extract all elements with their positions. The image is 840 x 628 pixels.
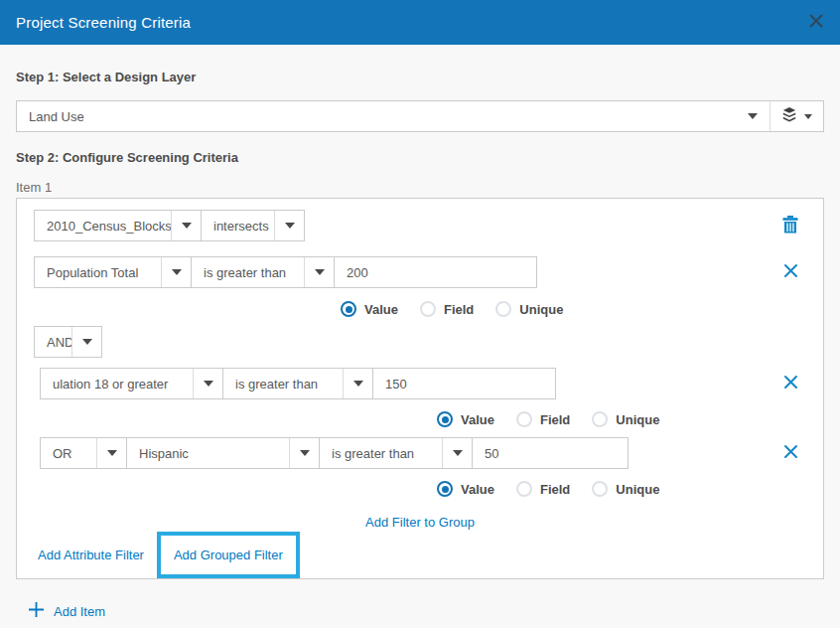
chevron-down-icon <box>736 101 770 131</box>
gfilter2-field-select[interactable]: Hispanic <box>126 437 320 469</box>
x-icon <box>783 375 798 392</box>
gfilter1-value-input[interactable] <box>372 368 556 399</box>
chevron-down-icon <box>274 211 304 240</box>
radio-value-label: Value <box>461 412 494 427</box>
radio-selected-icon <box>437 481 453 497</box>
layers-icon <box>781 107 797 125</box>
chevron-down-icon <box>71 327 101 357</box>
radio-unique-label: Unique <box>616 482 659 497</box>
design-layer-select[interactable]: Land Use <box>16 100 824 132</box>
chevron-down-icon <box>289 438 319 468</box>
filter1-value-input[interactable] <box>334 256 537 288</box>
add-item-button[interactable]: Add Item <box>28 601 824 621</box>
radio-selected-icon <box>341 301 356 317</box>
remove-gfilter2-button[interactable] <box>781 442 800 464</box>
step1-label: Step 1: Select a Design Layer <box>16 70 824 84</box>
design-layer-value: Land Use <box>17 109 736 124</box>
dialog-title: Project Screening Criteria <box>16 14 191 31</box>
group-conjunction-row: AND <box>34 326 806 358</box>
add-grouped-filter-link[interactable]: Add Grouped Filter <box>174 548 283 562</box>
add-filter-to-group-link[interactable]: Add Filter to Group <box>365 515 475 530</box>
close-icon <box>808 13 824 32</box>
chevron-down-icon <box>304 257 334 287</box>
radio-unselected-icon <box>495 301 511 317</box>
radio-unselected-icon <box>592 411 608 427</box>
item1-label: Item 1 <box>16 180 824 195</box>
filter1-field-value: Population Total <box>35 265 161 280</box>
radio-selected-icon <box>437 411 453 427</box>
radio-unselected-icon <box>592 481 608 497</box>
remove-gfilter1-button[interactable] <box>781 373 800 394</box>
gfilter1-field-select[interactable]: ulation 18 or greater <box>40 368 223 399</box>
gfilter2-value-input[interactable] <box>472 437 629 469</box>
remove-filter1-button[interactable] <box>781 261 800 283</box>
attribute-filter-row: Population Total is greater than <box>34 256 806 288</box>
chevron-down-icon <box>171 211 201 240</box>
dialog-body: Step 1: Select a Design Layer Land Use S… <box>0 70 840 621</box>
gfilter1-field-value: ulation 18 or greater <box>41 377 193 392</box>
radio-unselected-icon <box>516 481 532 497</box>
filter1-value-type-group: Value Field Unique <box>341 301 806 317</box>
chevron-down-icon <box>96 438 126 468</box>
grouped-filter-row: OR Hispanic is greater than <box>40 437 806 469</box>
group-conjunction-select[interactable]: AND <box>34 326 102 358</box>
spatial-filter-row: 2010_Census_Blocks intersects <box>34 210 806 241</box>
filter1-operator-select[interactable]: is greater than <box>191 256 335 288</box>
target-layer-select[interactable]: 2010_Census_Blocks <box>34 210 202 241</box>
delete-item-button[interactable] <box>780 214 800 238</box>
gfilter2-conjunction-select[interactable]: OR <box>40 437 127 469</box>
item1-panel: 2010_Census_Blocks intersects <box>16 198 824 579</box>
trash-icon <box>782 216 798 236</box>
radio-value[interactable]: Value <box>437 411 494 427</box>
gfilter2-conjunction-value: OR <box>41 446 96 461</box>
radio-field-label: Field <box>444 302 474 317</box>
radio-value-label: Value <box>461 482 494 497</box>
grouped-filter-row: ulation 18 or greater is greater than <box>40 368 806 399</box>
chevron-down-icon <box>804 114 812 119</box>
gfilter2-operator-value: is greater than <box>320 446 442 461</box>
gfilter1-operator-select[interactable]: is greater than <box>222 368 373 399</box>
radio-value[interactable]: Value <box>341 301 398 317</box>
add-item-label: Add Item <box>54 604 105 619</box>
filter1-field-select[interactable]: Population Total <box>34 256 192 288</box>
step2-label: Step 2: Configure Screening Criteria <box>16 150 824 165</box>
chevron-down-icon <box>442 438 472 468</box>
add-filter-to-group-row: Add Filter to Group <box>34 515 806 530</box>
chevron-down-icon <box>161 257 191 287</box>
chevron-down-icon <box>193 369 222 398</box>
spatial-operator-value: intersects <box>202 219 274 234</box>
radio-unique[interactable]: Unique <box>592 481 659 497</box>
radio-field-label: Field <box>540 482 570 497</box>
spatial-operator-select[interactable]: intersects <box>201 210 305 241</box>
x-icon <box>783 263 798 281</box>
radio-unique-label: Unique <box>616 412 659 427</box>
chevron-down-icon <box>343 369 372 398</box>
plus-icon <box>28 601 45 621</box>
filter-actions-row: Add Attribute Filter Add Grouped Filter <box>34 532 806 578</box>
radio-field[interactable]: Field <box>420 301 474 317</box>
x-icon <box>783 444 798 462</box>
radio-unique[interactable]: Unique <box>495 301 563 317</box>
radio-unique[interactable]: Unique <box>592 411 659 427</box>
radio-value[interactable]: Value <box>437 481 494 497</box>
radio-field[interactable]: Field <box>516 481 570 497</box>
radio-field[interactable]: Field <box>516 411 570 427</box>
gfilter2-field-value: Hispanic <box>127 446 289 461</box>
tutorial-highlight-box: Add Grouped Filter <box>157 532 300 578</box>
target-layer-value: 2010_Census_Blocks <box>35 219 171 234</box>
radio-field-label: Field <box>540 412 570 427</box>
gfilter1-value-type-group: Value Field Unique <box>437 411 806 427</box>
group-conjunction-value: AND <box>35 335 71 350</box>
gfilter1-operator-value: is greater than <box>223 377 343 392</box>
close-button[interactable] <box>808 13 824 32</box>
filter1-operator-value: is greater than <box>192 265 304 280</box>
radio-value-label: Value <box>364 302 398 317</box>
radio-unselected-icon <box>516 411 532 427</box>
radio-unselected-icon <box>420 301 436 317</box>
layer-options-button[interactable] <box>770 101 823 131</box>
add-attribute-filter-link[interactable]: Add Attribute Filter <box>38 548 144 562</box>
gfilter2-value-type-group: Value Field Unique <box>437 481 806 497</box>
gfilter2-operator-select[interactable]: is greater than <box>319 437 473 469</box>
dialog-header: Project Screening Criteria <box>0 0 840 45</box>
radio-unique-label: Unique <box>519 302 563 317</box>
